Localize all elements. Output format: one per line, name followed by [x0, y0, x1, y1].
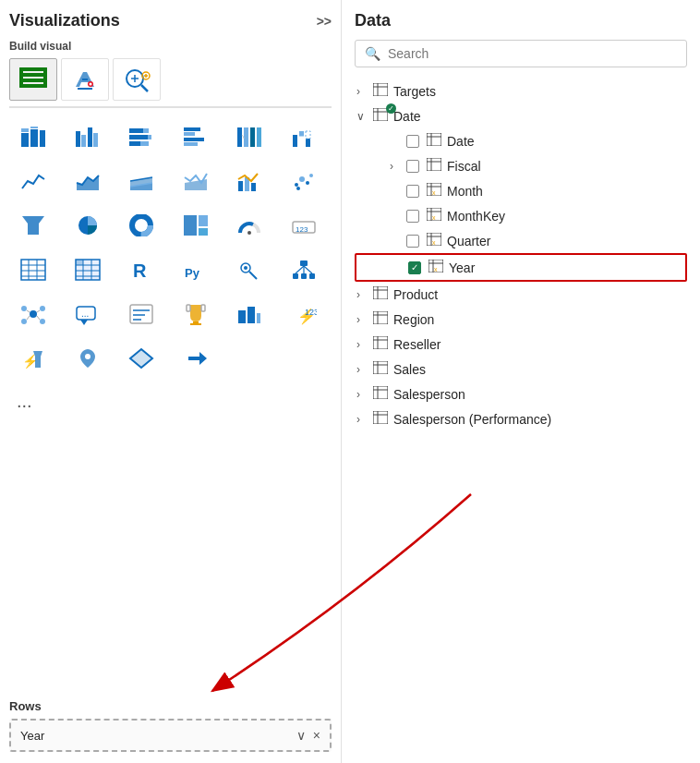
search-input[interactable] — [388, 46, 677, 61]
date-date-checkbox[interactable] — [406, 135, 419, 148]
line-chart-icon[interactable] — [9, 160, 57, 202]
map-visual-icon[interactable] — [64, 337, 112, 380]
region-label: Region — [393, 312, 685, 327]
svg-rect-45 — [306, 131, 310, 139]
expand-product-icon[interactable]: › — [356, 288, 373, 301]
targets-table-icon — [373, 83, 393, 99]
python-visual-icon[interactable]: Py — [172, 248, 220, 291]
tree-item-date-fiscal[interactable]: › Fiscal — [355, 153, 687, 178]
tree-item-region[interactable]: › Region — [355, 307, 687, 332]
tree-item-salesperson[interactable]: › Salesperson — [355, 382, 687, 406]
svg-rect-36 — [237, 127, 242, 147]
rows-field: Year ∨ × — [9, 719, 332, 752]
expand-region-icon[interactable]: › — [356, 313, 373, 326]
expand-salesperson-icon[interactable]: › — [356, 388, 373, 401]
svg-rect-26 — [129, 128, 143, 133]
rows-field-expand-button[interactable]: ∨ — [296, 728, 306, 743]
tab-fields[interactable] — [9, 58, 57, 101]
tree-item-product[interactable]: › Product — [355, 282, 687, 307]
date-monthkey-checkbox[interactable] — [406, 210, 419, 223]
svg-text:x: x — [434, 266, 438, 272]
rows-field-value: Year — [20, 729, 44, 743]
lightning-filter-icon[interactable]: ⚡ — [9, 337, 57, 380]
stacked-bar-h-icon[interactable] — [117, 115, 165, 158]
rows-field-remove-button[interactable]: × — [313, 728, 320, 743]
tree-item-sales[interactable]: › Sales — [355, 357, 687, 382]
svg-rect-37 — [244, 127, 248, 147]
svg-rect-52 — [251, 183, 256, 191]
monthkey-fx-icon: x — [427, 208, 447, 224]
tree-item-targets[interactable]: › Targets — [355, 79, 687, 103]
date-month-checkbox[interactable] — [406, 185, 419, 198]
donut-chart-icon[interactable] — [117, 204, 165, 247]
tab-format[interactable] — [61, 58, 109, 101]
expand-sales-icon[interactable]: › — [356, 363, 373, 376]
clustered-bar-chart-icon[interactable] — [64, 115, 112, 158]
more-visualizations-button[interactable]: ... — [9, 387, 332, 416]
svg-rect-105 — [130, 305, 152, 323]
svg-point-54 — [299, 176, 305, 182]
tree-item-date-monthkey[interactable]: x MonthKey — [355, 203, 687, 228]
format-tab-icon — [70, 67, 100, 92]
svg-rect-168 — [373, 411, 388, 424]
date-quarter-checkbox[interactable] — [406, 235, 419, 248]
svg-rect-162 — [373, 361, 388, 374]
expand-date-icon[interactable]: ∨ — [356, 110, 373, 123]
line-stacked-area-icon[interactable] — [117, 160, 165, 202]
table-vis-icon2[interactable] — [9, 248, 57, 291]
tree-item-date-year[interactable]: ✓ x Year — [355, 253, 687, 282]
lightning-measure-icon[interactable]: ⚡123 — [280, 293, 328, 335]
diamond-visual-icon[interactable] — [117, 337, 165, 380]
matrix-vis-icon[interactable] — [64, 248, 112, 291]
qa-visual-icon[interactable]: ... — [64, 293, 112, 335]
tree-item-reseller[interactable]: › Reseller — [355, 332, 687, 357]
decomp-tree-vis-icon[interactable] — [280, 248, 328, 291]
svg-rect-80 — [76, 260, 83, 265]
tab-analytics[interactable] — [113, 58, 161, 101]
date-fiscal-checkbox[interactable] — [406, 160, 419, 173]
expand-reseller-icon[interactable]: › — [356, 338, 373, 351]
tree-item-date-date[interactable]: Date — [355, 128, 687, 153]
search-box[interactable]: 🔍 — [355, 40, 687, 67]
expand-fiscal-icon[interactable]: › — [390, 160, 406, 173]
pie-chart-icon[interactable] — [64, 204, 112, 247]
stacked-bar-chart-icon[interactable] — [9, 115, 57, 158]
arrow-visual-icon[interactable] — [172, 337, 220, 380]
salesperson-perf-table-icon — [373, 411, 393, 427]
narrative-visual-icon[interactable] — [117, 293, 165, 335]
svg-rect-44 — [299, 131, 304, 136]
gauge-chart-icon[interactable] — [225, 204, 273, 247]
clustered-bar-h-icon[interactable] — [172, 115, 220, 158]
r-visual-icon[interactable]: R — [117, 248, 165, 291]
card-vis-icon[interactable]: 123 — [280, 204, 328, 247]
treemap-icon[interactable] — [172, 204, 220, 247]
tree-item-date[interactable]: ∨ ✓ Date — [355, 103, 687, 128]
area-chart-icon[interactable] — [64, 160, 112, 202]
svg-text:123: 123 — [305, 308, 317, 317]
svg-text:x: x — [432, 239, 436, 246]
ribbon-chart-icon[interactable] — [225, 115, 273, 158]
svg-rect-23 — [81, 135, 86, 147]
svg-rect-86 — [300, 260, 308, 266]
network-visual-icon[interactable] — [9, 293, 57, 335]
expand-targets-icon[interactable]: › — [356, 85, 373, 98]
date-year-checkbox[interactable]: ✓ — [408, 261, 421, 274]
trophy-visual-icon[interactable] — [172, 293, 220, 335]
combo-chart-icon[interactable] — [225, 160, 273, 202]
line-clustered-icon[interactable] — [172, 160, 220, 202]
funnel-vis-icon[interactable] — [9, 204, 57, 247]
waterfall-chart-icon[interactable] — [280, 115, 328, 158]
tree-item-salesperson-performance[interactable]: › Salesperson (Performance) — [355, 406, 687, 431]
tree-item-date-month[interactable]: x Month — [355, 178, 687, 203]
svg-rect-17 — [21, 133, 29, 147]
key-influencers-icon[interactable] — [225, 248, 273, 291]
tree-item-date-quarter[interactable]: x Quarter — [355, 228, 687, 253]
expand-salesperson-perf-icon[interactable]: › — [356, 413, 373, 426]
collapse-visualizations-button[interactable]: >> — [317, 14, 332, 29]
visualizations-panel: Visualizations >> Build visual — [0, 0, 342, 763]
small-multiples-icon[interactable] — [225, 293, 273, 335]
scatter-chart-icon[interactable] — [280, 160, 328, 202]
svg-rect-5 — [43, 67, 47, 88]
svg-text:x: x — [432, 189, 436, 196]
svg-rect-130 — [427, 133, 441, 146]
